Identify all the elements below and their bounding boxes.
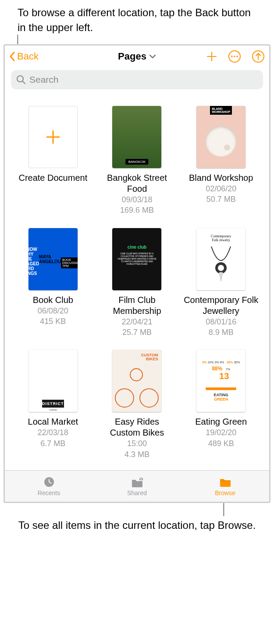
tab-browse[interactable]: Browse: [181, 471, 269, 502]
callout-leader-line: [224, 503, 274, 516]
search-placeholder: Search: [29, 74, 59, 85]
navigation-bar: Back Pages: [5, 46, 269, 67]
search-input[interactable]: Search: [11, 70, 263, 89]
document-thumbnail: ContemporaryFolk Jewelry: [196, 228, 246, 290]
create-document-label: Create Document: [18, 172, 87, 183]
new-document-button[interactable]: [206, 51, 217, 62]
document-thumbnail: cine club CINE CLUB WAS STARTED BY A COL…: [112, 228, 161, 290]
svg-point-15: [140, 478, 142, 479]
tab-label: Browse: [215, 489, 235, 496]
more-options-button[interactable]: [228, 50, 241, 63]
document-name: Bland Workshop: [189, 172, 253, 183]
folder-title-button[interactable]: Pages: [118, 51, 156, 62]
documents-grid: Create Document Bangkok Street Food 09/0…: [5, 93, 269, 470]
document-thumbnail: [112, 106, 161, 168]
svg-point-4: [234, 56, 235, 57]
chevron-down-icon: [149, 54, 156, 59]
document-size: 415 KB: [40, 316, 66, 327]
back-button[interactable]: Back: [9, 51, 39, 62]
document-tile[interactable]: BLANDWORKSHOP Bland Workshop 02/06/20 50…: [183, 106, 259, 216]
document-size: 4.3 MB: [125, 449, 149, 460]
document-date: 08/01/16: [206, 317, 236, 327]
tab-label: Recents: [38, 489, 60, 496]
tab-recents[interactable]: Recents: [5, 471, 93, 502]
document-date: 15:00: [127, 438, 147, 449]
document-tile[interactable]: cine club CINE CLUB WAS STARTED BY A COL…: [100, 228, 175, 338]
document-size: 489 KB: [208, 438, 234, 449]
document-date: 22/04/21: [121, 317, 152, 327]
clock-icon: [42, 476, 56, 488]
document-thumbnail: BLANDWORKSHOP: [196, 106, 246, 168]
document-tile[interactable]: DISTRICT market Local Market 22/03/18 6.…: [15, 350, 91, 460]
chevron-left-icon: [9, 52, 15, 61]
tab-shared[interactable]: Shared: [93, 471, 181, 502]
document-date: 22/03/18: [38, 427, 68, 438]
create-document-tile[interactable]: Create Document: [15, 106, 91, 216]
shared-folder-icon: [130, 476, 144, 488]
plus-icon: [44, 128, 62, 146]
document-name: Book Club: [33, 295, 73, 306]
document-date: 06/08/20: [38, 306, 68, 316]
document-tile[interactable]: I KNOW WHYTHE CAGEDBIRD SINGS MAYAANGELO…: [15, 228, 91, 338]
document-name: Easy Rides Custom Bikes: [100, 416, 175, 438]
svg-line-9: [23, 81, 25, 84]
document-tile[interactable]: CUSTOMBIKES Easy Rides Custom Bikes 15:0…: [100, 350, 175, 460]
folder-title: Pages: [118, 51, 146, 62]
callout-leader-line: [18, 35, 274, 44]
tab-label: Shared: [127, 489, 147, 496]
svg-point-3: [231, 56, 233, 57]
plus-icon: [206, 51, 217, 62]
document-thumbnail: CUSTOMBIKES: [112, 350, 161, 412]
document-size: 169.6 MB: [120, 205, 154, 215]
document-name: Eating Green: [195, 416, 247, 427]
document-tile[interactable]: Bangkok Street Food 09/03/18 169.6 MB: [100, 106, 175, 216]
svg-rect-16: [220, 481, 231, 481]
folder-icon: [218, 476, 232, 488]
document-name: Local Market: [28, 416, 78, 427]
back-button-label: Back: [17, 51, 39, 62]
document-size: 8.9 MB: [209, 327, 234, 338]
callout-top-text: To browse a different location, tap the …: [0, 0, 274, 35]
document-thumbnail: 2% 19% 3% 6% 33% 30% 88% 7% 13 EATINGGRE…: [196, 350, 246, 412]
document-size: 25.7 MB: [122, 327, 152, 338]
document-tile[interactable]: ContemporaryFolk Jewelry Contemporary Fo…: [183, 228, 259, 338]
document-date: 02/06/20: [206, 183, 236, 194]
document-date: 09/03/18: [121, 194, 152, 205]
document-size: 50.7 MB: [206, 194, 236, 204]
document-size: 6.7 MB: [40, 438, 65, 449]
arrow-up-circle-icon: [252, 50, 265, 63]
app-frame: Back Pages: [4, 44, 270, 503]
search-icon: [16, 75, 26, 84]
document-name: Contemporary Folk Jewellery: [183, 295, 259, 317]
ellipsis-circle-icon: [228, 50, 241, 63]
upload-button[interactable]: [252, 50, 265, 63]
document-name: Film Club Membership: [100, 295, 175, 317]
document-tile[interactable]: 2% 19% 3% 6% 33% 30% 88% 7% 13 EATINGGRE…: [183, 350, 259, 460]
svg-point-5: [236, 56, 238, 57]
document-thumbnail: I KNOW WHYTHE CAGEDBIRD SINGS MAYAANGELO…: [28, 228, 78, 290]
svg-point-12: [217, 264, 225, 272]
callout-bottom-text: To see all items in the current location…: [0, 516, 274, 538]
tab-bar: Recents Shared Browse: [5, 470, 269, 502]
document-date: 19/02/20: [206, 427, 236, 438]
document-name: Bangkok Street Food: [100, 172, 175, 194]
document-thumbnail: DISTRICT market: [28, 350, 78, 412]
